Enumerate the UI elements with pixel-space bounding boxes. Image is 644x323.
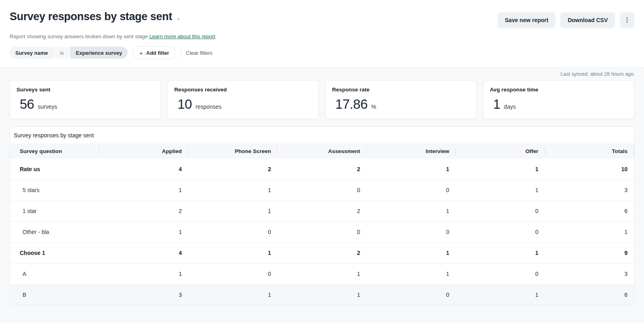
- page-header: Survey responses by stage sent ⌄ Save ne…: [0, 0, 644, 68]
- cell-value: 6: [545, 284, 634, 305]
- report-table: Survey questionAppliedPhone ScreenAssess…: [10, 143, 634, 305]
- cell-value: 3: [545, 180, 634, 201]
- cell-value: 3: [99, 284, 188, 305]
- table-row[interactable]: Rate us4221110: [10, 159, 634, 180]
- stats-row: Surveys sent 56 surveys Responses receiv…: [10, 80, 634, 119]
- cell-value: 1: [367, 201, 456, 222]
- column-header-survey-question[interactable]: Survey question: [10, 143, 99, 159]
- cell-value: 1: [277, 263, 366, 284]
- stat-value: 56: [20, 97, 34, 112]
- stat-value: 17.86: [335, 97, 367, 112]
- cell-value: 0: [367, 284, 456, 305]
- cell-value: 1: [277, 284, 366, 305]
- cell-value: 3: [545, 263, 634, 284]
- cell-value: 6: [545, 201, 634, 222]
- cell-value: 1: [545, 222, 634, 242]
- cell-value: 0: [456, 263, 545, 284]
- column-header-interview[interactable]: Interview: [367, 143, 456, 159]
- filter-field-chip[interactable]: Survey name: [10, 47, 54, 59]
- cell-value: 0: [188, 263, 277, 284]
- filter-operator-chip[interactable]: is: [54, 47, 69, 59]
- cell-value: 1: [99, 222, 188, 242]
- stat-unit: surveys: [38, 104, 57, 110]
- cell-value: 1: [456, 242, 545, 263]
- stat-unit: responses: [196, 104, 222, 110]
- cell-value: 1: [367, 263, 456, 284]
- table-header-row: Survey questionAppliedPhone ScreenAssess…: [10, 143, 634, 159]
- column-header-totals[interactable]: Totals: [545, 143, 634, 159]
- table-row[interactable]: Choose 1412119: [10, 242, 634, 263]
- filter-chip-group: Survey name is Experience survey: [10, 47, 128, 59]
- table-row[interactable]: 5 stars110013: [10, 180, 634, 201]
- cell-value: 0: [277, 222, 366, 242]
- stat-label: Response rate: [332, 87, 470, 93]
- add-filter-button[interactable]: + Add filter: [132, 46, 176, 59]
- stat-card-response-rate: Response rate 17.86 %: [325, 80, 477, 119]
- kebab-icon: ⋮: [624, 17, 630, 23]
- stat-label: Responses received: [174, 87, 312, 93]
- learn-more-link[interactable]: Learn more about this report: [149, 33, 215, 39]
- cell-value: 2: [277, 201, 366, 222]
- stat-label: Surveys sent: [17, 87, 154, 93]
- column-header-phone-screen[interactable]: Phone Screen: [188, 143, 277, 159]
- cell-value: 1: [367, 242, 456, 263]
- row-label: Rate us: [10, 159, 99, 180]
- stat-card-surveys-sent: Surveys sent 56 surveys: [10, 80, 161, 119]
- filter-bar: Survey name is Experience survey + Add f…: [10, 46, 634, 59]
- clear-filters-button[interactable]: Clear filters: [186, 50, 213, 56]
- cell-value: 1: [456, 284, 545, 305]
- row-label: A: [10, 263, 99, 284]
- cell-value: 2: [277, 242, 366, 263]
- cell-value: 0: [367, 222, 456, 242]
- table-body: Rate us42211105 stars1100131 star212106O…: [10, 159, 634, 305]
- cell-value: 1: [188, 180, 277, 201]
- plus-icon: +: [139, 50, 143, 56]
- cell-value: 0: [277, 180, 366, 201]
- column-header-applied[interactable]: Applied: [99, 143, 188, 159]
- table-row[interactable]: A101103: [10, 263, 634, 284]
- table-title: Survey responses by stage sent: [10, 127, 634, 143]
- stat-unit: days: [504, 104, 516, 110]
- cell-value: 9: [545, 242, 634, 263]
- cell-value: 0: [456, 201, 545, 222]
- page-title: Survey responses by stage sent: [10, 10, 172, 23]
- cell-value: 1: [456, 180, 545, 201]
- cell-value: 4: [99, 159, 188, 180]
- filter-value-chip[interactable]: Experience survey: [70, 47, 128, 59]
- last-synced-text: Last synced: about 26 hours ago: [10, 68, 634, 80]
- cell-value: 2: [99, 201, 188, 222]
- column-header-offer[interactable]: Offer: [456, 143, 545, 159]
- row-label: B: [10, 284, 99, 305]
- report-description-text: Report showing survey answers broken dow…: [10, 33, 148, 39]
- cell-value: 0: [188, 222, 277, 242]
- row-label: 1 star: [10, 201, 99, 222]
- cell-value: 1: [188, 284, 277, 305]
- add-filter-label: Add filter: [146, 50, 169, 56]
- cell-value: 0: [367, 180, 456, 201]
- report-table-card: Survey responses by stage sent Survey qu…: [10, 126, 634, 306]
- column-header-assessment[interactable]: Assessment: [277, 143, 366, 159]
- cell-value: 10: [545, 159, 634, 180]
- chevron-down-icon[interactable]: ⌄: [176, 15, 181, 21]
- main-content: Last synced: about 26 hours ago Surveys …: [0, 68, 644, 315]
- table-row[interactable]: Other - bla100001: [10, 222, 634, 242]
- cell-value: 4: [99, 242, 188, 263]
- download-csv-button[interactable]: Download CSV: [560, 12, 615, 28]
- cell-value: 1: [99, 180, 188, 201]
- stat-card-responses-received: Responses received 10 responses: [167, 80, 319, 119]
- report-description: Report showing survey answers broken dow…: [10, 33, 634, 39]
- cell-value: 1: [188, 242, 277, 263]
- stat-value: 1: [493, 97, 500, 112]
- cell-value: 1: [188, 201, 277, 222]
- more-options-button[interactable]: ⋮: [620, 12, 634, 28]
- stat-unit: %: [371, 104, 376, 110]
- stat-label: Avg response time: [490, 87, 627, 93]
- table-row[interactable]: B311016: [10, 284, 634, 305]
- cell-value: 1: [367, 159, 456, 180]
- cell-value: 1: [99, 263, 188, 284]
- table-row[interactable]: 1 star212106: [10, 201, 634, 222]
- row-label: 5 stars: [10, 180, 99, 201]
- cell-value: 0: [456, 222, 545, 242]
- filter-divider: [181, 48, 181, 58]
- save-new-report-button[interactable]: Save new report: [497, 12, 555, 28]
